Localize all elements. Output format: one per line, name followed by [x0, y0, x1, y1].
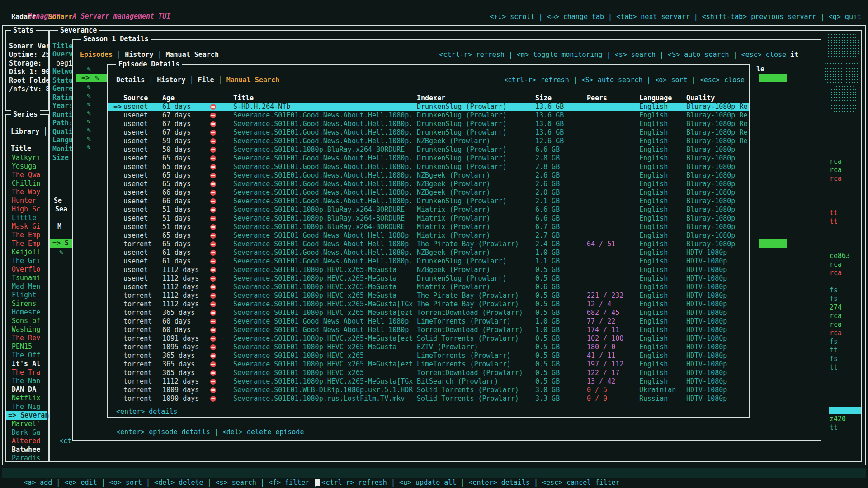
result-row[interactable]: usenet1112 daysSeverance.S01E01.1080p.HE…	[108, 283, 749, 291]
servarr-tab-radarr[interactable]: Radarr	[11, 13, 36, 21]
result-row[interactable]: torrent1090 daysSeverance.S01E01.1080p.r…	[108, 394, 749, 403]
result-row[interactable]: usenet65 daysSeverance.S01E01.Good.News.…	[108, 163, 749, 171]
result-row[interactable]: usenet67 daysSeverance.S01E01.Good.News.…	[108, 120, 749, 128]
series-item[interactable]: Dark Ga	[6, 428, 47, 437]
series-item[interactable]: The Qwa	[6, 171, 47, 179]
series-item-selected[interactable]: => Severan	[6, 411, 47, 420]
series-item[interactable]: Little	[6, 214, 47, 222]
series-item[interactable]: Batwhee	[6, 446, 47, 454]
result-row[interactable]: usenet51 daysSeverance.S01E01.1080p.BluR…	[108, 214, 749, 223]
episode-tab-details[interactable]: Details	[116, 76, 145, 84]
result-row[interactable]: usenet61 daysSeverance.S01E01.Good.News.…	[108, 257, 749, 266]
result-row[interactable]: usenet65 daysSeverance.S01E01.Good.News.…	[108, 171, 749, 180]
monitored-icon[interactable]: ✎	[87, 143, 91, 152]
monitored-icon[interactable]: ✎	[87, 100, 91, 109]
result-row[interactable]: usenet65 daysSeverance S01E01 Good News …	[108, 231, 749, 240]
series-item[interactable]: The Off	[6, 351, 47, 360]
series-item[interactable]: PEN15	[6, 343, 47, 351]
result-row[interactable]: usenet51 daysSeverance.S01E01.1080p.BluR…	[108, 206, 749, 214]
series-item[interactable]: The Way	[6, 188, 47, 197]
episode-tab-manual-search[interactable]: Manual Search	[226, 76, 279, 84]
series-item[interactable]: Altered	[6, 437, 47, 446]
result-row[interactable]: usenet51 daysSeverance.S01E01.1080p.BluR…	[108, 223, 749, 231]
series-tab-library[interactable]: Library │	[11, 127, 47, 136]
result-row[interactable]: usenet67 daysSeverance.S01E01.Good.News.…	[108, 111, 749, 120]
series-item[interactable]: Hunter	[6, 197, 47, 205]
column-header-age[interactable]: Age	[162, 94, 175, 103]
column-header-title[interactable]: Title	[233, 94, 254, 103]
monitored-icon[interactable]: ✎	[87, 109, 91, 117]
result-row[interactable]: torrent365 daysSeverance S01E01 1080p HE…	[108, 309, 749, 317]
series-item[interactable]: The Nig	[6, 403, 47, 411]
column-header-quality[interactable]: Quality	[686, 94, 715, 103]
result-row[interactable]: torrent1112 daysSeverance S01E01 1080p H…	[108, 291, 749, 300]
series-item[interactable]: High Sc	[6, 205, 47, 214]
series-item[interactable]: The Rev	[6, 334, 47, 343]
selected-episode-row[interactable]: => ✎	[76, 74, 107, 82]
series-item[interactable]: Overflo	[6, 265, 47, 274]
series-item[interactable]: DAN DA	[6, 385, 47, 394]
episode-tab-file[interactable]: File	[198, 76, 214, 84]
series-item[interactable]: Sons of	[6, 317, 47, 325]
result-row[interactable]: torrent1112 daysSeverance.S01E01.1080p.H…	[108, 377, 749, 386]
series-item[interactable]: Homeste	[6, 308, 47, 317]
monitored-icon[interactable]: ✎	[87, 65, 91, 74]
column-header-language[interactable]: Language	[639, 94, 672, 103]
series-item[interactable]: Mask Gi	[6, 222, 47, 231]
result-row[interactable]: usenet65 daysSeverance.S01E01.Good.News.…	[108, 154, 749, 163]
season-tab-history[interactable]: History	[125, 51, 153, 59]
result-row[interactable]: torrent1009 daysSeverance.S01E01.WEB-DLR…	[108, 386, 749, 394]
series-item[interactable]: The Tra	[6, 368, 47, 377]
series-item[interactable]: Paradis	[6, 454, 47, 463]
result-row-selected[interactable]: =>usenet61 daysS-HD.H.264-NTbDrunkenSlug…	[108, 103, 749, 111]
monitored-icon[interactable]: ✎	[87, 135, 91, 143]
result-row[interactable]: torrent60 daysSeverance S01E01 Good News…	[108, 317, 749, 326]
result-row[interactable]: torrent365 daysSeverance S01E01 1080p HE…	[108, 360, 749, 369]
season-tab-episodes[interactable]: Episodes	[80, 51, 113, 59]
result-row[interactable]: torrent60 daysSeverance S01E01 Good News…	[108, 326, 749, 334]
episode-tab-history[interactable]: History	[157, 76, 185, 84]
selected-season-row-fragment[interactable]: => S	[50, 239, 72, 248]
result-row[interactable]: torrent1091 daysSeverance.S01E01.1080p.H…	[108, 334, 749, 343]
column-header-peers[interactable]: Peers	[587, 94, 607, 103]
column-header-source[interactable]: Source	[123, 94, 148, 103]
result-row[interactable]: usenet67 daysSeverance.S01E01.Good.News.…	[108, 128, 749, 137]
result-row[interactable]: usenet1112 daysSeverance.S01E01.1080p.HE…	[108, 274, 749, 283]
result-row[interactable]: usenet59 daysSeverance.S01E01.Good.News.…	[108, 137, 749, 145]
column-header-size[interactable]: Size	[535, 94, 552, 103]
series-item[interactable]: The Gri	[6, 257, 47, 265]
result-row[interactable]: torrent365 daysSeverance S01E01 1080p HE…	[108, 369, 749, 377]
result-row[interactable]: torrent1095 daysSeverance S01E01 1080p H…	[108, 343, 749, 352]
monitored-icon[interactable]: ✎	[87, 92, 91, 100]
result-row[interactable]: torrent365 daysSeverance S01E01 1080p HE…	[108, 352, 749, 360]
series-item[interactable]: Keijo!!	[6, 248, 47, 257]
series-item[interactable]: Valkyri	[6, 154, 47, 162]
series-item[interactable]: The Nan	[6, 377, 47, 385]
series-item[interactable]: It's Al	[6, 360, 47, 368]
series-item[interactable]: Sirens	[6, 300, 47, 308]
series-item[interactable]: Tsunami	[6, 274, 47, 282]
series-item[interactable]: The Emp	[6, 231, 47, 239]
series-item[interactable]: The Emp	[6, 239, 47, 248]
series-item[interactable]: Chillin	[6, 179, 47, 188]
column-header-indexer[interactable]: Indexer	[417, 94, 445, 103]
servarr-tab-sonarr[interactable]: Sonarr	[48, 13, 72, 21]
series-item[interactable]: Marvel'	[6, 420, 47, 428]
result-row[interactable]: usenet65 daysSeverance.S01E01.Good.News.…	[108, 180, 749, 188]
series-item[interactable]: Flight	[6, 291, 47, 300]
monitored-icon[interactable]: ✎	[59, 248, 63, 257]
series-item[interactable]: Yosuga	[6, 162, 47, 171]
series-item[interactable]: Netflix	[6, 394, 47, 403]
result-row[interactable]: usenet50 daysSeverance.S01E01.1080p.BluR…	[108, 145, 749, 154]
result-row[interactable]: usenet1112 daysSeverance.S01E01.1080p.HE…	[108, 266, 749, 274]
series-item[interactable]: Washing	[6, 325, 47, 334]
result-row[interactable]: usenet66 daysSeverance.S01E01.Good.News.…	[108, 188, 749, 197]
season-tab-manual-search[interactable]: Manual Search	[166, 51, 219, 59]
monitored-icon[interactable]: ✎	[87, 83, 91, 92]
monitored-icon[interactable]: ✎	[87, 126, 91, 135]
monitored-icon[interactable]: ✎	[87, 117, 91, 126]
result-row[interactable]: usenet66 daysSeverance.S01E01.Good.News.…	[108, 197, 749, 206]
result-row[interactable]: torrent65 daysSeverance S01E01 Good News…	[108, 240, 749, 249]
result-row[interactable]: usenet61 daysSeverance.S01E01.Good.News.…	[108, 249, 749, 257]
series-item[interactable]: Mad Men	[6, 282, 47, 291]
